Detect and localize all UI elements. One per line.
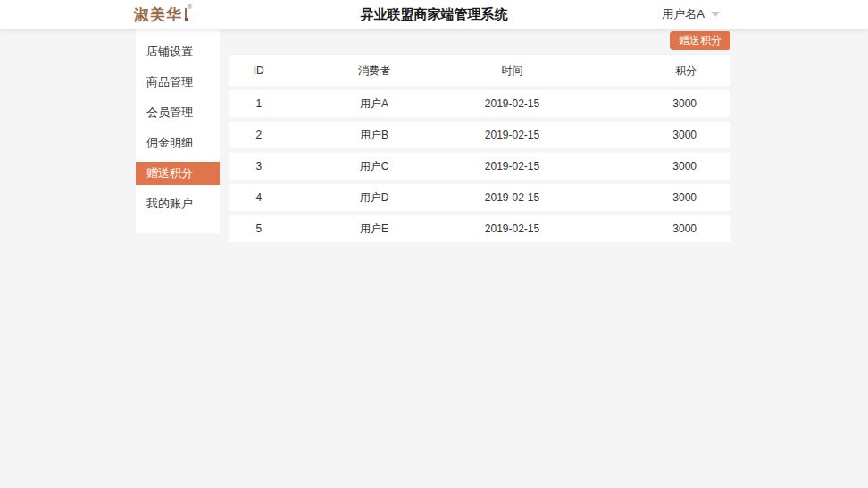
cell-consumer: 用户E [288,222,459,237]
cell-consumer: 用户D [288,190,459,206]
sidebar-item-product-management[interactable]: 商品管理 [136,71,220,94]
cell-time: 2019-02-15 [460,223,565,235]
column-header-consumer: 消费者 [288,63,459,79]
cell-id: 1 [229,97,288,110]
cell-consumer: 用户B [288,128,459,143]
cell-points: 3000 [565,160,730,172]
cell-time: 2019-02-15 [460,97,565,110]
app-header: 淑美华 ® 异业联盟商家端管理系统 用户名A [0,0,868,29]
toolbar: 赠送积分 [229,31,730,50]
sidebar-item-gift-points[interactable]: 赠送积分 [136,162,220,185]
sidebar-item-shop-settings[interactable]: 店铺设置 [136,40,220,63]
cell-consumer: 用户A [288,97,459,112]
table-header: ID 消费者 时间 积分 [229,55,730,86]
cell-id: 5 [229,223,288,235]
cell-points: 3000 [565,191,730,204]
sidebar-item-member-management[interactable]: 会员管理 [136,101,220,124]
points-table: ID 消费者 时间 积分 1 用户A 2019-02-15 3000 2 用户B… [229,55,730,242]
gift-points-button[interactable]: 赠送积分 [670,31,730,50]
page-title: 异业联盟商家端管理系统 [0,0,868,29]
table-row: 5 用户E 2019-02-15 3000 [229,215,730,242]
table-row: 1 用户A 2019-02-15 3000 [229,90,730,117]
username-label: 用户名A [662,6,705,22]
user-menu[interactable]: 用户名A [662,0,720,29]
cell-points: 3000 [565,223,730,235]
cell-points: 3000 [565,129,730,141]
table-row: 3 用户C 2019-02-15 3000 [229,153,730,180]
cell-id: 3 [229,160,288,172]
sidebar-item-commission-details[interactable]: 佣金明细 [136,131,220,155]
cell-id: 4 [229,191,288,204]
cell-time: 2019-02-15 [460,129,565,141]
table-row: 4 用户D 2019-02-15 3000 [229,184,730,211]
cell-time: 2019-02-15 [460,160,565,172]
column-header-id: ID [229,64,288,77]
table-row: 2 用户B 2019-02-15 3000 [229,122,730,148]
cell-time: 2019-02-15 [460,191,565,204]
chevron-down-icon [711,12,720,17]
main-content: 赠送积分 ID 消费者 时间 积分 1 用户A 2019-02-15 3000 … [229,31,730,242]
sidebar-item-my-account[interactable]: 我的账户 [136,192,220,215]
sidebar: 店铺设置 商品管理 会员管理 佣金明细 赠送积分 我的账户 [136,29,220,233]
column-header-time: 时间 [460,63,565,79]
column-header-points: 积分 [565,63,730,79]
cell-id: 2 [229,129,288,141]
cell-consumer: 用户C [288,159,459,174]
cell-points: 3000 [565,97,730,110]
